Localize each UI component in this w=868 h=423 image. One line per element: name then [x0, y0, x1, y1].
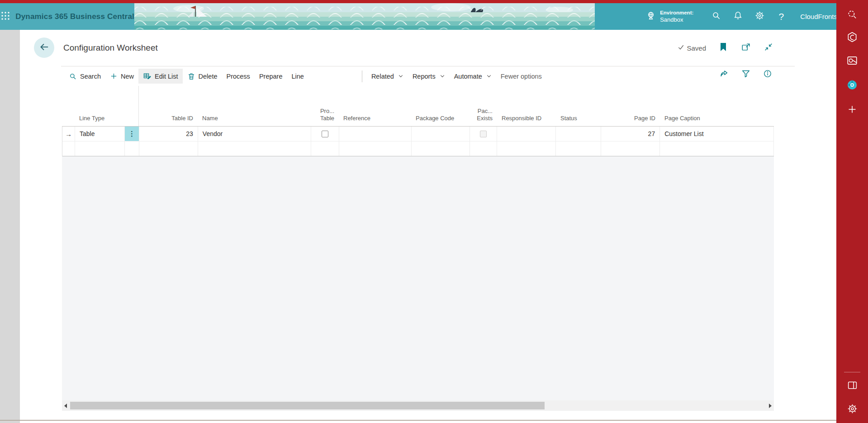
scroll-left-button[interactable]: [62, 400, 69, 411]
column-header-responsibleid[interactable]: Responsible ID: [497, 86, 556, 126]
table-row: →Table⋮23Vendor27Customer List: [62, 127, 774, 141]
delete-action[interactable]: Delete: [183, 69, 222, 84]
cell-protable[interactable]: [311, 127, 339, 141]
column-header-pacexists[interactable]: Pac...Exists: [470, 86, 497, 126]
cell-name[interactable]: Vendor: [198, 127, 311, 141]
visual-search-icon: [846, 9, 858, 22]
share-button[interactable]: [719, 69, 730, 80]
outlook-button[interactable]: [836, 52, 868, 71]
horizontal-scrollbar[interactable]: [62, 400, 774, 411]
chevron-down-icon: [440, 73, 445, 80]
column-header-pagecaption[interactable]: Page Caption: [660, 86, 774, 126]
open-in-window-button[interactable]: [740, 42, 751, 53]
protable-checkbox[interactable]: [322, 131, 328, 137]
panel-toggle-button[interactable]: [836, 376, 868, 396]
column-header-packagecode[interactable]: Package Code: [411, 86, 470, 126]
column-header-protable[interactable]: Pro...Table: [311, 86, 339, 126]
sidebar-settings-button[interactable]: [836, 400, 868, 419]
cell-responsibleid[interactable]: [497, 127, 556, 141]
filter-button[interactable]: [740, 69, 751, 80]
gear-icon: [754, 10, 765, 23]
cell-status[interactable]: [556, 141, 601, 156]
cell-packagecode[interactable]: [412, 141, 470, 156]
browser-top-strip: [0, 0, 868, 3]
column-header-status[interactable]: Status: [556, 86, 601, 126]
reports-menu[interactable]: Reports: [408, 70, 450, 83]
cell-linetype[interactable]: [75, 141, 125, 156]
decorative-sea-banner: [134, 3, 595, 30]
cell-pageid[interactable]: 27: [601, 127, 660, 141]
column-header-tableid[interactable]: Table ID: [139, 86, 198, 126]
info-button[interactable]: [762, 69, 773, 80]
company-name[interactable]: CloudFronts: [800, 13, 837, 20]
add-icon: [847, 104, 858, 117]
cell-pacexists[interactable]: [470, 141, 497, 156]
notifications-button[interactable]: [727, 6, 749, 28]
help-icon: ?: [778, 11, 784, 22]
scrollbar-thumb[interactable]: [70, 402, 545, 409]
scroll-right-button[interactable]: [767, 400, 774, 411]
open-in-window-icon: [741, 42, 751, 54]
cell-tableid[interactable]: 23: [139, 127, 198, 141]
bookmark-button[interactable]: [718, 42, 729, 53]
cell-linetype[interactable]: Table: [75, 127, 125, 141]
help-button[interactable]: ?: [770, 6, 792, 28]
cell-reference[interactable]: [339, 141, 412, 156]
teal-app-button[interactable]: [836, 76, 868, 96]
app-title[interactable]: Dynamics 365 Business Central: [15, 12, 134, 21]
column-header-name[interactable]: Name: [198, 86, 311, 126]
share-icon: [719, 69, 729, 80]
cell-pagecaption[interactable]: Customer List: [660, 127, 774, 141]
browser-edge-sidebar: [836, 0, 868, 423]
app-launcher-icon: [0, 10, 11, 23]
column-header-pageid[interactable]: Page ID: [601, 86, 660, 126]
pacexists-checkbox: [480, 131, 487, 137]
cell-assist[interactable]: [125, 141, 139, 156]
automate-menu[interactable]: Automate: [450, 70, 496, 83]
environment-name: Sandbox: [660, 16, 693, 24]
add-extension-button[interactable]: [836, 100, 868, 120]
settings-button[interactable]: [749, 6, 770, 28]
new-action[interactable]: New: [105, 69, 138, 83]
back-arrow-icon: [38, 41, 50, 55]
search-icon: [711, 10, 721, 23]
line-action[interactable]: Line: [287, 70, 308, 83]
table-row: [62, 141, 774, 156]
topbar-controls: Environment: Sandbox: [595, 3, 868, 30]
cell-rowmark: [62, 141, 75, 156]
column-header-linetype[interactable]: Line Type: [75, 86, 124, 126]
outlook-icon: [846, 55, 858, 68]
cell-responsibleid[interactable]: [497, 141, 556, 156]
microsoft365-button[interactable]: [836, 28, 868, 48]
cell-status[interactable]: [556, 127, 601, 141]
process-action[interactable]: Process: [222, 70, 254, 83]
sea-banner-art: [134, 3, 595, 30]
cell-pageid[interactable]: [601, 141, 660, 156]
bell-icon: [733, 10, 743, 23]
search-action[interactable]: Search: [64, 69, 105, 84]
collapse-button[interactable]: [763, 42, 774, 53]
search-button[interactable]: [705, 6, 727, 28]
environment-indicator[interactable]: Environment: Sandbox: [645, 9, 693, 24]
back-button[interactable]: [34, 38, 54, 58]
app-launcher-button[interactable]: [0, 3, 11, 30]
cell-packagecode[interactable]: [412, 127, 470, 141]
collapse-icon: [764, 42, 773, 54]
worksheet-grid: Line TypeTable IDNamePro...TableReferenc…: [62, 86, 774, 156]
page-title: Configuration Worksheet: [63, 43, 158, 53]
scrollbar-track[interactable]: [69, 400, 767, 411]
fewer-options-action[interactable]: Fewer options: [496, 70, 546, 83]
edit-list-action[interactable]: Edit List: [138, 69, 183, 84]
cell-pacexists[interactable]: [470, 127, 497, 141]
related-menu[interactable]: Related: [367, 70, 408, 83]
cell-protable[interactable]: [311, 141, 339, 156]
cell-name[interactable]: [198, 141, 311, 156]
visual-search-button[interactable]: [836, 5, 868, 25]
cell-pagecaption[interactable]: [660, 141, 774, 156]
current-row-arrow-icon: →: [65, 130, 72, 138]
column-header-reference[interactable]: Reference: [339, 86, 411, 126]
assist-edit-button[interactable]: ⋮: [125, 127, 139, 141]
cell-reference[interactable]: [339, 127, 412, 141]
cell-tableid[interactable]: [139, 141, 198, 156]
prepare-action[interactable]: Prepare: [255, 70, 287, 83]
